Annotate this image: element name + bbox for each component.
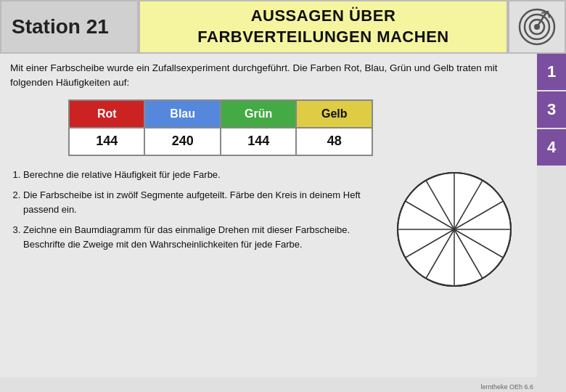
svg-line-6: [548, 12, 549, 17]
table-header-row: Rot Blau Grün Gelb: [69, 100, 372, 128]
val-rot: 144: [69, 128, 144, 155]
col-rot-header: Rot: [69, 100, 144, 128]
side-num-3: 3: [537, 91, 566, 128]
footer-text: lerntheke OEh 6.6: [480, 383, 533, 391]
col-gelb-header: Gelb: [296, 100, 372, 128]
station-label: Station 21: [12, 15, 109, 38]
title-line1: Aussagen über: [197, 6, 448, 27]
tasks-list: Berechne die relative Häufigkeit für jed…: [10, 168, 374, 291]
task-2: Die Farbscheibe ist in zwölf Segmente au…: [23, 188, 374, 217]
header-center: Aussagen über Farbverteilungen machen: [139, 0, 508, 54]
col-blau-header: Blau: [144, 100, 221, 128]
side-numbers: 1 3 4: [537, 54, 566, 167]
header-title: Aussagen über Farbverteilungen machen: [197, 6, 448, 47]
pie-chart: [393, 168, 516, 291]
val-gruen: 144: [221, 128, 297, 155]
target-icon: [517, 7, 557, 46]
pie-area: [382, 168, 527, 291]
val-blau: 240: [144, 128, 221, 155]
lower-section: Berechne die relative Häufigkeit für jed…: [10, 168, 527, 291]
ordered-list: Berechne die relative Häufigkeit für jed…: [10, 168, 374, 253]
side-num-1: 1: [537, 54, 566, 90]
main-content: Mit einer Farbscheibe wurde ein Zufallse…: [0, 54, 537, 377]
side-num-4: 4: [537, 129, 566, 166]
station-title: Station 21: [0, 0, 139, 54]
col-gruen-header: Grün: [221, 100, 297, 128]
color-table: Rot Blau Grün Gelb 144 240 144 48: [68, 99, 373, 156]
intro-text: Mit einer Farbscheibe wurde ein Zufallse…: [10, 61, 527, 91]
header-icon-area: [508, 0, 566, 54]
task-1: Berechne die relative Häufigkeit für jed…: [23, 168, 374, 182]
header: Station 21 Aussagen über Farbverteilunge…: [0, 0, 566, 54]
val-gelb: 48: [296, 128, 372, 155]
task-3: Zeichne ein Baumdiagramm für das einmali…: [23, 223, 374, 252]
title-line2: Farbverteilungen machen: [197, 27, 448, 48]
table-value-row: 144 240 144 48: [69, 128, 372, 155]
